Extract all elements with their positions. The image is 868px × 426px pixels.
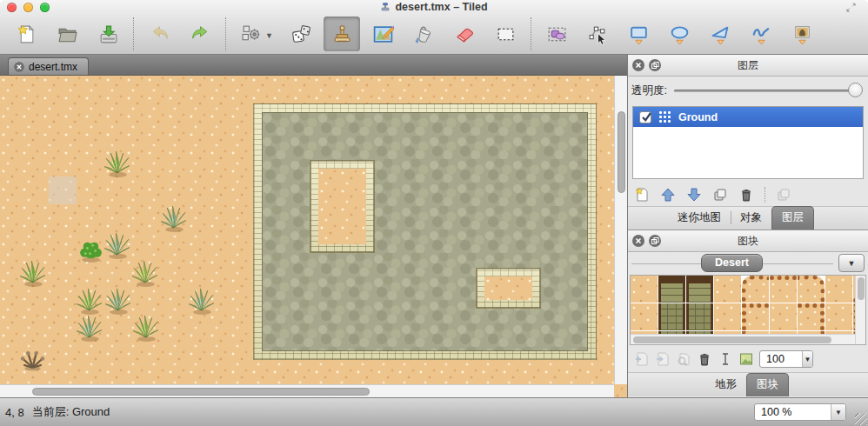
map-bush-spiky xyxy=(103,231,131,260)
chevron-down-icon[interactable]: ▼ xyxy=(802,351,812,367)
chevron-down-icon[interactable]: ▼ xyxy=(831,404,845,420)
edit-polygons-button[interactable] xyxy=(584,17,611,51)
tileset-tile-sand[interactable] xyxy=(825,276,852,303)
zoom-value: 100 % xyxy=(760,351,802,367)
open-file-button[interactable] xyxy=(54,17,80,51)
tileset-tile-brick-top[interactable] xyxy=(658,276,685,303)
tileset-tile-dirt-l[interactable] xyxy=(742,303,769,330)
dock-tab-layers[interactable]: 图层 xyxy=(771,206,814,230)
image-icon xyxy=(738,351,754,367)
lower-layer-button[interactable] xyxy=(686,187,702,203)
insert-ellipse-icon xyxy=(669,23,691,45)
insert-polyline-button[interactable] xyxy=(748,17,774,51)
cursor-coordinates: 4, 8 xyxy=(5,406,24,419)
layer-list[interactable]: Ground xyxy=(632,106,864,179)
tileset-zoom-combo[interactable]: 100 %▼ xyxy=(759,350,813,368)
scrollbar-thumb[interactable] xyxy=(618,111,625,193)
slider-knob[interactable] xyxy=(848,83,863,97)
new-tileset-button[interactable] xyxy=(634,351,650,367)
import-tileset-button[interactable] xyxy=(655,351,671,367)
tileset-tile-brick-top[interactable] xyxy=(686,276,713,303)
toolbar-separator xyxy=(531,17,531,50)
tileset-horizontal-scrollbar[interactable] xyxy=(631,334,855,344)
raise-layer-button[interactable] xyxy=(660,187,676,203)
trash-icon xyxy=(738,187,754,203)
status-bar: 4, 8 当前层: Ground 100 % ▼ xyxy=(0,397,868,426)
stamp-brush-button[interactable] xyxy=(324,17,360,51)
tileset-tile-brick[interactable] xyxy=(686,303,713,330)
tileset-tile-dirt-tr[interactable] xyxy=(798,276,825,303)
select-objects-button[interactable] xyxy=(544,17,570,51)
tileset-tile-dirt-tl[interactable] xyxy=(742,276,769,303)
tileset-tile-sand[interactable] xyxy=(770,303,797,330)
add-layer-button[interactable] xyxy=(634,187,650,203)
tileset-panel-title: 图块 xyxy=(628,234,868,249)
layer-visibility-checkbox[interactable] xyxy=(639,111,651,123)
dropdown-arrow-icon[interactable]: ▼ xyxy=(265,31,273,40)
duplicate-objects-button[interactable] xyxy=(776,187,791,203)
terrain-brush-button[interactable] xyxy=(370,17,396,51)
dock-tab-terrain[interactable]: 地形 xyxy=(705,374,746,396)
remove-layer-button[interactable] xyxy=(738,187,754,203)
insert-tile-button[interactable] xyxy=(789,17,815,51)
tileset-tile-brick[interactable] xyxy=(658,303,685,330)
map-editor-area: desert.tmx xyxy=(0,55,627,397)
fullscreen-icon[interactable] xyxy=(845,2,858,13)
rename-tileset-button[interactable] xyxy=(718,351,733,367)
eraser-button[interactable] xyxy=(451,17,477,51)
tileset-tile-sand[interactable] xyxy=(825,303,852,330)
stamp-variations-button[interactable]: ▼ xyxy=(238,17,264,51)
map-vertical-scrollbar[interactable] xyxy=(614,76,627,384)
status-zoom-combo[interactable]: 100 % ▼ xyxy=(754,403,846,421)
undo-button[interactable] xyxy=(146,17,172,51)
building-opening xyxy=(477,269,540,308)
tileset-tile-sand[interactable] xyxy=(631,276,658,303)
random-mode-button[interactable] xyxy=(288,17,314,51)
close-tab-icon[interactable] xyxy=(14,62,24,72)
dice-icon xyxy=(290,23,312,45)
tileset-vertical-scrollbar[interactable] xyxy=(855,276,865,344)
scrollbar-thumb[interactable] xyxy=(633,336,831,343)
duplicate-layer-button[interactable] xyxy=(712,187,728,203)
map-bush-spiky xyxy=(75,287,103,316)
tileset-buttons-row: 100 %▼ xyxy=(628,345,868,372)
insert-rectangle-button[interactable] xyxy=(625,17,651,51)
insert-ellipse-button[interactable] xyxy=(666,17,692,51)
scrollbar-thumb[interactable] xyxy=(32,388,370,396)
layer-row-ground[interactable]: Ground xyxy=(633,107,863,127)
save-button[interactable] xyxy=(95,17,121,51)
document-tab[interactable]: desert.tmx xyxy=(8,57,89,75)
map-horizontal-scrollbar[interactable] xyxy=(0,384,614,397)
zoom-value: 100 % xyxy=(755,404,831,420)
document-tabbar: desert.tmx xyxy=(0,55,627,76)
bucket-fill-button[interactable] xyxy=(411,17,437,51)
map-canvas[interactable] xyxy=(0,76,627,397)
tileset-dropdown-button[interactable]: ▼ xyxy=(838,254,865,272)
tileset-tile-sand[interactable] xyxy=(714,303,741,330)
tileset-tab-desert[interactable]: Desert xyxy=(701,254,763,272)
content-area: desert.tmx 图层 透明度: xyxy=(0,55,868,397)
tileset-view[interactable] xyxy=(630,275,866,345)
scrollbar-thumb[interactable] xyxy=(858,277,865,300)
dock-tab-minimap[interactable]: 迷你地图 xyxy=(668,207,731,230)
export-tileset-button[interactable] xyxy=(676,351,691,367)
duplicate-icon xyxy=(776,187,791,203)
tileset-tile-sand[interactable] xyxy=(631,303,658,330)
redo-button[interactable] xyxy=(187,17,213,51)
tileset-tile-dirt-r[interactable] xyxy=(798,303,825,330)
dock-tab-tiles[interactable]: 图块 xyxy=(746,373,789,396)
tile-layer-icon xyxy=(659,111,671,123)
opacity-slider[interactable] xyxy=(672,83,863,98)
new-file-button[interactable] xyxy=(13,17,39,51)
remove-tileset-button[interactable] xyxy=(697,351,712,367)
dock-tab-objects[interactable]: 对象 xyxy=(731,207,771,230)
toolbar-separator xyxy=(133,17,134,50)
layers-dock-tabs: 迷你地图对象图层 xyxy=(628,206,868,230)
rect-select-button[interactable] xyxy=(492,17,518,51)
tileset-tile-sand[interactable] xyxy=(714,276,741,303)
edit-tileset-button[interactable] xyxy=(738,351,754,367)
tileset-tile-dirt-t[interactable] xyxy=(770,276,797,303)
insert-polygon-button[interactable] xyxy=(707,17,733,51)
resize-grip[interactable] xyxy=(855,413,867,425)
select-objects-icon xyxy=(546,23,568,45)
